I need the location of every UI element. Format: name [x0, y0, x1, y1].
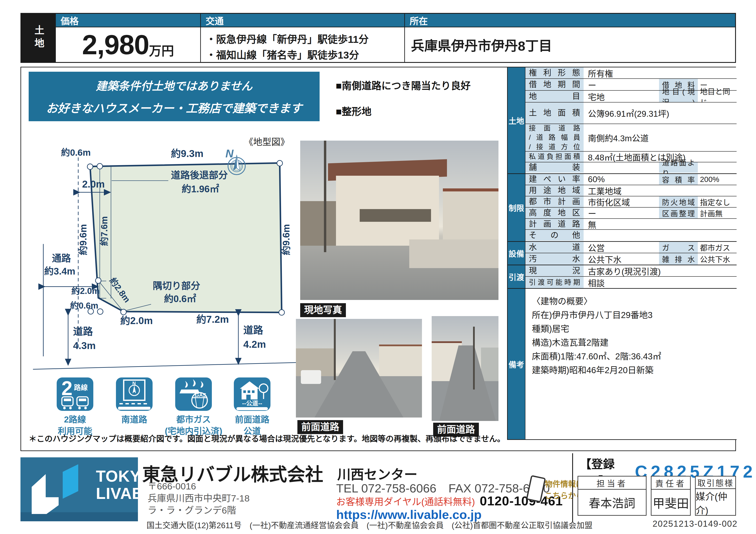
staff-header: 担当者: [578, 476, 646, 490]
row-value-2: [698, 162, 737, 173]
svg-text:路線: 路線: [74, 384, 88, 392]
dim-offset-2m: 2.0m: [82, 179, 105, 190]
row-label: 計画道路: [526, 219, 583, 229]
row-value: 南側約4.3m公道: [583, 124, 737, 151]
group-utilities: 設備 水道 公営 ガス 都市ガス 汚水 公共下水 雑排水 公共下水: [508, 242, 737, 265]
setback-area-label: 約1.96㎡: [182, 184, 219, 194]
feature-item-south-road: ■南側道路につき陽当たり良好: [336, 78, 471, 92]
dim-inner-edge: 約7.6m: [99, 216, 109, 246]
main-photo-caption: 現地写真: [300, 303, 346, 317]
row-label: 建ぺい率: [526, 174, 583, 185]
row-label: 権利形態: [526, 67, 583, 78]
row-label-2: ガス: [659, 242, 698, 253]
dial-label: お客様専用ダイヤル(通話料無料): [336, 494, 475, 508]
manager-header: 責任者: [652, 476, 690, 490]
group-restrictions: 制限 建ぺい率 60% 容積率 200% 用途地域 工業地域 都市計画 市街化区: [508, 174, 737, 242]
row-label: 土地面積: [526, 103, 583, 124]
passage-label: 通路: [52, 253, 71, 264]
front-public-road-icon: --公道--: [234, 377, 270, 411]
group-handover: 引渡 現況 古家あり(現況引渡) 引渡可能時期 相談: [508, 265, 737, 289]
main-content-box: 建築条件付土地ではありません お好きなハウスメーカー・工務店で建築できます ■南…: [20, 67, 736, 451]
promo-line-1: 建築条件付土地ではありません: [96, 77, 252, 93]
price-amount: 2,980: [82, 29, 149, 61]
row-label: 汚水: [526, 253, 583, 265]
remarks-line: 〈建物の概要〉: [532, 294, 730, 308]
remarks-content: 〈建物の概要〉 所在)伊丹市伊丹八丁目29番地3 種類)居宅 構造)木造瓦葺2階…: [526, 289, 737, 439]
svg-text:GAS: GAS: [195, 392, 206, 398]
front-road-photo-1: [296, 319, 422, 418]
land-plot-diagram: 道路後退部分 約1.96㎡ 約0.6m 約9.3m 2.0m 約9.6m 約7.…: [33, 139, 302, 375]
remarks-line: 所在)伊丹市伊丹八丁目29番地3: [532, 308, 730, 322]
manager-box: 責任者 甲斐田: [651, 476, 691, 516]
map-disclaimer: ＊このハウジングマップは概要紹介図です。図面と現況が異なる場合は現況優先となりま…: [29, 432, 505, 444]
row-value-2: 都市ガス: [698, 242, 737, 253]
document-number: 20251213-0149-002: [653, 519, 738, 529]
row-label-2: 雑排水: [659, 253, 698, 265]
table-row: 計画道路 無: [526, 219, 737, 230]
row-value: 公営: [583, 242, 659, 253]
passage-width-label: 約3.4m: [44, 266, 75, 276]
group-handover-label: 引渡: [508, 265, 526, 288]
road-right-label: 道路: [243, 324, 263, 336]
price-column: 価格 2,980 万円: [56, 14, 200, 62]
row-label-2: 区画整理: [659, 208, 698, 218]
road-right-width: 4.2m: [243, 339, 266, 350]
road-left-label: 道路: [73, 326, 93, 337]
site-photo-main: [300, 140, 499, 300]
group-land-label: 土地: [508, 67, 526, 173]
corner-cut-area-label: 約0.6㎡: [164, 293, 196, 304]
table-row: 引渡可能時期 相談: [526, 277, 737, 288]
dim-top-edge: 約9.3m: [171, 148, 203, 159]
property-details-table: 土地 権利形態 所有権 借地期間 ー 借地料 ー 地目 宅地: [507, 67, 737, 440]
dim-bottom-2m: 約2.0m: [120, 315, 153, 326]
promo-banner: 建築条件付土地ではありません お好きなハウスメーカー・工務店で建築できます: [29, 72, 320, 121]
dim-right-edge: 約9.6m: [281, 224, 291, 255]
svg-text:N: N: [132, 380, 136, 386]
address-line-2: ラ・ラ・グランデ6階: [148, 505, 236, 516]
row-value: 市街化区域: [583, 196, 659, 207]
promo-line-2: お好きなハウスメーカー・工務店で建築できます: [46, 99, 302, 116]
transaction-type-box: 取引態様 媒介(仲介): [695, 476, 736, 516]
two-rail-lines-icon: 2 路線: [57, 377, 93, 411]
tel-fax: TEL 072-758-6066 FAX 072-758-6060: [336, 478, 550, 496]
transit-header: 交通: [201, 14, 404, 27]
table-row: その他: [526, 230, 737, 241]
transaction-type-header: 取引態様: [696, 476, 735, 489]
row-label-2: 防火地域: [659, 196, 698, 207]
row-label: 現況: [526, 265, 583, 276]
price-unit: 万円: [149, 41, 174, 59]
svg-text:--公道--: --公道--: [242, 400, 262, 407]
row-value: 60%: [583, 174, 659, 185]
price-header: 価格: [56, 14, 200, 27]
row-value-2: 指定なし: [698, 196, 737, 207]
row-label-2: 地目(現況): [659, 91, 698, 102]
row-value-2: 地目と同じ: [698, 91, 737, 102]
flyer-page: 土地 価格 2,980 万円 交通 ・阪急伊丹線「新伊丹」駅徒歩11分 ・福知山…: [0, 0, 756, 534]
row-label: 引渡可能時期: [526, 277, 583, 288]
dim-bottom-72m: 約7.2m: [196, 314, 229, 325]
logo-mark-white: [32, 474, 59, 514]
feature-item-shaped-land: ■整形地: [336, 104, 371, 118]
row-value: ー: [583, 208, 659, 218]
table-row: 汚水 公共下水 雑排水 公共下水: [526, 253, 737, 265]
table-row: 都市計画 市街化区域 防火地域 指定なし: [526, 196, 737, 208]
dim-seg-2m: 約2.0m: [71, 286, 99, 296]
location-value: 兵庫県伊丹市伊丹8丁目: [411, 27, 552, 62]
address-line-1: 兵庫県川西市中央町7-18: [148, 493, 250, 504]
row-value: 公共下水: [583, 253, 659, 265]
south-road-icon: N: [116, 377, 152, 411]
setback-label: 道路後退部分: [171, 170, 228, 180]
row-value: 8.48㎡(土地面積とは別途): [583, 152, 737, 162]
transit-column: 交通 ・阪急伊丹線「新伊丹」駅徒歩11分 ・福知山線「猪名寺」駅徒歩13分: [200, 14, 404, 62]
transaction-type-value: 媒介(仲介): [696, 489, 735, 517]
location-column: 所在 兵庫県伊丹市伊丹8丁目: [404, 14, 735, 62]
row-value: 所有権: [583, 67, 737, 78]
table-row: 権利形態 所有権: [526, 67, 737, 79]
table-row: 高度地区 ー 区画整理 計画無: [526, 208, 737, 219]
row-value: 公簿96.91㎡(29.31坪): [583, 103, 737, 124]
location-header: 所在: [405, 14, 735, 27]
postal-code: 〒666-0016: [148, 481, 196, 492]
front-road-photo-2: [432, 316, 499, 421]
row-label: その他: [526, 230, 583, 241]
remarks-line: 構造)木造瓦葺2階建: [532, 336, 730, 349]
